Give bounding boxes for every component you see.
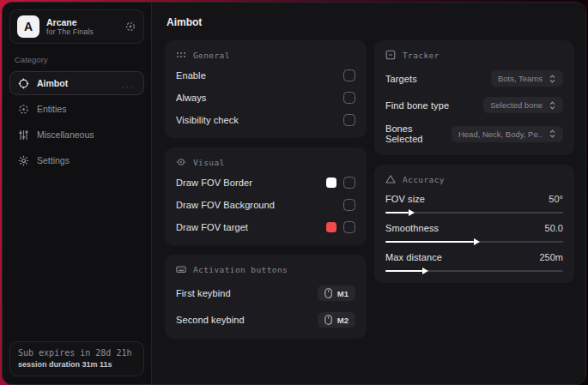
- visibility-check-checkbox[interactable]: [343, 114, 355, 126]
- subscription-expiry: Sub expires in 28d 21h: [18, 348, 136, 358]
- main-content: Aimbot General: [152, 3, 585, 384]
- sidebar-item-entities[interactable]: Entities: [9, 97, 144, 121]
- panel-title: Tracker: [403, 51, 439, 60]
- setting-label: Smoothness: [385, 223, 439, 233]
- brand-logo: A: [17, 15, 39, 38]
- setting-label: Max distance: [385, 252, 442, 262]
- brand-name: Arcane: [46, 17, 118, 27]
- category-label: Category: [15, 55, 139, 64]
- dropdown-value: Head, Neck, Body, Pe..: [458, 129, 543, 139]
- draw-fov-background-checkbox[interactable]: [343, 199, 355, 211]
- keybind-value: M1: [337, 289, 349, 298]
- panel-title: Accuracy: [403, 175, 445, 184]
- max-distance-slider[interactable]: [385, 270, 563, 272]
- ellipsis-decoration: ···: [122, 83, 135, 92]
- setting-label: Bones Selected: [385, 123, 452, 144]
- chevron-up-down-icon: [549, 75, 556, 83]
- sidebar-item-label: Miscellaneous: [37, 129, 94, 140]
- sidebar-item-label: Settings: [37, 155, 70, 165]
- sync-icon[interactable]: [124, 21, 136, 33]
- mouse-icon: [324, 315, 332, 325]
- smoothness-value: 50.0: [545, 223, 563, 233]
- always-checkbox[interactable]: [343, 92, 355, 104]
- enable-checkbox[interactable]: [343, 69, 355, 81]
- draw-fov-border-checkbox[interactable]: [343, 177, 355, 189]
- sidebar-item-miscellaneous[interactable]: Miscellaneous: [9, 123, 144, 147]
- panel-title: Activation buttons: [193, 265, 288, 274]
- sliders-icon: [18, 129, 29, 141]
- bones-selected-dropdown[interactable]: Head, Neck, Body, Pe..: [452, 126, 563, 142]
- mouse-icon: [324, 288, 332, 298]
- fov-border-color-swatch[interactable]: [326, 177, 336, 188]
- draw-fov-target-checkbox[interactable]: [343, 221, 355, 233]
- setting-label: First keybind: [176, 288, 231, 298]
- second-keybind-button[interactable]: M2: [318, 312, 355, 328]
- panel-title: Visual: [193, 158, 225, 167]
- targets-dropdown[interactable]: Bots, Teams: [491, 70, 563, 87]
- sidebar-item-label: Entities: [37, 104, 66, 114]
- keybind-value: M2: [337, 316, 349, 325]
- sidebar-item-label: Aimbot: [37, 78, 68, 88]
- grid-icon: [176, 50, 186, 60]
- first-keybind-button[interactable]: M1: [318, 286, 355, 301]
- app-window: A Arcane for The Finals Category Aimbot: [2, 2, 586, 385]
- dropdown-value: Bots, Teams: [498, 74, 543, 83]
- slider-fill[interactable]: [385, 212, 409, 214]
- chevron-up-down-icon: [549, 101, 556, 110]
- panel-title: General: [193, 51, 230, 60]
- panel-accuracy: Accuracy FOV size 50° Smoothness: [374, 165, 574, 283]
- session-duration: session duration 31m 11s: [18, 360, 136, 369]
- panel-tracker: Tracker Targets Bots, Teams: [374, 40, 574, 155]
- dropdown-value: Selected bone: [490, 100, 543, 110]
- sidebar: A Arcane for The Finals Category Aimbot: [3, 3, 152, 384]
- setting-label: Second keybind: [176, 315, 245, 325]
- chevron-up-down-icon: [549, 129, 556, 138]
- sidebar-item-aimbot[interactable]: Aimbot ···: [9, 71, 144, 95]
- sidebar-item-settings[interactable]: Settings: [9, 148, 144, 172]
- setting-label: Draw FOV Border: [176, 177, 252, 188]
- sidebar-nav: Aimbot ··· Entities Miscellaneous: [9, 71, 144, 172]
- eye-icon: [176, 157, 186, 167]
- triangle-icon: [385, 174, 396, 184]
- scan-icon: [18, 104, 29, 115]
- slider-fill[interactable]: [385, 270, 422, 272]
- setting-label: Visibility check: [176, 115, 239, 125]
- fov-size-slider[interactable]: [385, 212, 563, 214]
- keyboard-icon: [176, 264, 186, 274]
- smoothness-slider[interactable]: [385, 241, 563, 243]
- setting-label: FOV size: [385, 194, 425, 204]
- page-title: Aimbot: [167, 16, 574, 28]
- setting-label: Find bone type: [385, 100, 449, 111]
- setting-label: Draw FOV Background: [176, 200, 275, 210]
- setting-label: Always: [176, 93, 206, 103]
- setting-label: Enable: [176, 70, 206, 81]
- frame-icon: [385, 50, 396, 60]
- panel-visual: Visual Draw FOV Border Draw FOV Backgrou…: [165, 147, 367, 245]
- panel-activation-buttons: Activation buttons First keybind M1: [165, 255, 367, 339]
- slider-fill[interactable]: [385, 241, 475, 243]
- max-distance-value: 250m: [539, 252, 563, 262]
- find-bone-type-dropdown[interactable]: Selected bone: [483, 97, 563, 113]
- setting-label: Draw FOV target: [176, 222, 248, 232]
- setting-label: Targets: [385, 74, 417, 84]
- gear-icon: [18, 155, 29, 166]
- subscription-card: Sub expires in 28d 21h session duration …: [9, 341, 144, 376]
- crosshair-icon: [18, 78, 29, 89]
- fov-size-value: 50°: [549, 194, 563, 204]
- brand-card: A Arcane for The Finals: [9, 9, 144, 44]
- brand-subtitle: for The Finals: [46, 27, 118, 36]
- panel-general: General Enable Always Visibility check: [165, 40, 367, 138]
- fov-target-color-swatch[interactable]: [326, 222, 336, 232]
